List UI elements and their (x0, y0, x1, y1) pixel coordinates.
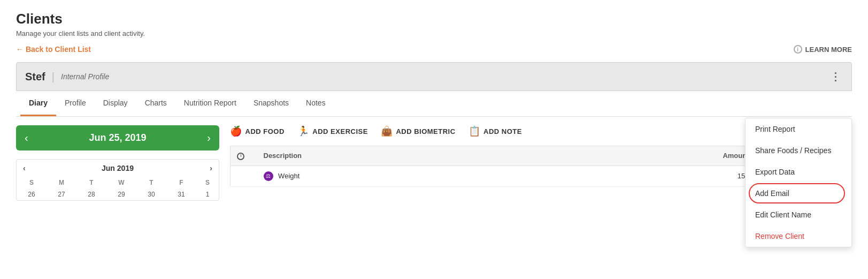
client-profile-label: Internal Profile (61, 72, 109, 81)
col-description-header: Description (257, 146, 713, 166)
exercise-icon: 🏃 (297, 125, 310, 137)
info-icon: i (794, 45, 802, 54)
day-header-t2: T (136, 177, 166, 188)
back-to-client-list-link[interactable]: Back to Client List (16, 45, 91, 54)
top-nav: Back to Client List i LEARN MORE (16, 45, 852, 54)
more-options-button[interactable]: ⋮ (828, 69, 843, 84)
date-navigator: ‹ Jun 25, 2019 › (16, 125, 219, 150)
mini-calendar-header: ‹ Jun 2019 › (17, 160, 219, 177)
tab-nutrition-report[interactable]: Nutrition Report (175, 91, 245, 116)
mini-calendar: ‹ Jun 2019 › S M T W T F S (16, 159, 219, 201)
add-biometric-button[interactable]: 👜 ADD BIOMETRIC (381, 125, 456, 137)
client-name-section: Stef | Internal Profile (25, 71, 109, 83)
prev-date-button[interactable]: ‹ (25, 132, 28, 144)
add-note-label: ADD NOTE (483, 127, 522, 135)
mini-cal-prev[interactable]: ‹ (23, 164, 26, 172)
cal-day[interactable]: 1 (196, 188, 219, 200)
add-note-button[interactable]: 📋 ADD NOTE (468, 125, 522, 137)
weight-biometric-icon: ⚖ (264, 171, 273, 181)
mini-calendar-grid: S M T W T F S 26 27 28 (17, 177, 219, 200)
day-header-s1: S (17, 177, 47, 188)
page-title: Clients (16, 11, 852, 27)
cal-day[interactable]: 30 (136, 188, 166, 200)
tab-snapshots[interactable]: Snapshots (245, 91, 297, 116)
main-content: ‹ Jun 25, 2019 › ‹ Jun 2019 › S M T (16, 117, 852, 209)
day-header-m: M (47, 177, 76, 188)
clock-icon (237, 153, 244, 160)
page-subtitle: Manage your client lists and client acti… (16, 29, 852, 37)
day-header-w: W (106, 177, 136, 188)
cal-day[interactable]: 31 (166, 188, 196, 200)
tab-diary[interactable]: Diary (20, 91, 56, 116)
day-header-t1: T (76, 177, 106, 188)
tabs-bar: Diary Profile Display Charts Nutrition R… (16, 91, 852, 117)
learn-more-button[interactable]: i LEARN MORE (794, 45, 852, 54)
dropdown-print-report[interactable]: Print Report (746, 118, 851, 140)
tab-charts[interactable]: Charts (136, 91, 175, 116)
col-time-header (231, 146, 257, 166)
dropdown-add-email[interactable]: Add Email (746, 183, 851, 204)
mini-cal-next[interactable]: › (210, 164, 212, 172)
dropdown-share-foods-recipes[interactable]: Share Foods / Recipes (746, 140, 851, 161)
add-biometric-label: ADD BIOMETRIC (396, 127, 455, 135)
add-exercise-button[interactable]: 🏃 ADD EXERCISE (297, 125, 368, 137)
add-food-button[interactable]: 🍎 ADD FOOD (230, 125, 285, 137)
add-email-label: Add Email (755, 189, 789, 198)
header-divider: | (52, 71, 55, 83)
day-header-f: F (166, 177, 196, 188)
row-time (231, 165, 257, 186)
biometric-icon: 👜 (381, 125, 393, 137)
mini-calendar-month: Jun 2019 (102, 164, 134, 172)
cal-day[interactable]: 26 (17, 188, 47, 200)
tab-notes[interactable]: Notes (297, 91, 334, 116)
row-description: ⚖ Weight (257, 165, 713, 186)
dropdown-edit-client-name[interactable]: Edit Client Name (746, 204, 851, 225)
cal-day[interactable]: 28 (76, 188, 106, 200)
add-food-label: ADD FOOD (245, 127, 285, 135)
left-panel: ‹ Jun 25, 2019 › ‹ Jun 2019 › S M T (16, 117, 219, 209)
current-date: Jun 25, 2019 (89, 132, 146, 144)
tab-profile[interactable]: Profile (56, 91, 95, 116)
client-header: Stef | Internal Profile ⋮ (16, 62, 852, 91)
next-date-button[interactable]: › (207, 132, 211, 144)
dropdown-menu: Print Report Share Foods / Recipes Expor… (745, 118, 852, 247)
page-container: Clients Manage your client lists and cli… (0, 0, 868, 279)
dropdown-remove-client[interactable]: Remove Client (746, 225, 851, 247)
cal-day[interactable]: 29 (106, 188, 136, 200)
client-name: Stef (25, 71, 45, 83)
calendar-week-row: 26 27 28 29 30 31 1 (17, 188, 219, 200)
day-header-s2: S (196, 177, 219, 188)
dropdown-export-data[interactable]: Export Data (746, 161, 851, 183)
food-icon: 🍎 (230, 125, 242, 137)
tab-display[interactable]: Display (95, 91, 136, 116)
add-exercise-label: ADD EXERCISE (312, 127, 368, 135)
cal-day[interactable]: 27 (47, 188, 76, 200)
note-icon: 📋 (468, 125, 481, 137)
learn-more-label: LEARN MORE (805, 46, 852, 54)
